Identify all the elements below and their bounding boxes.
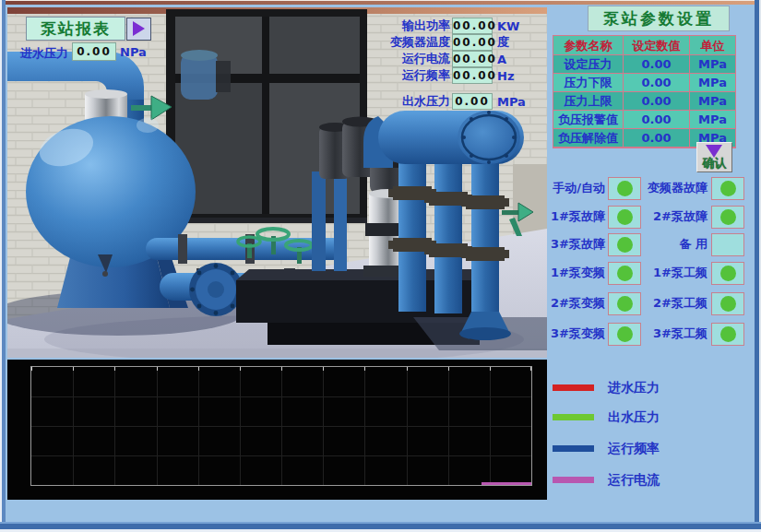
axis-tick xyxy=(530,367,531,371)
status-led-box-manual-auto[interactable] xyxy=(608,177,641,200)
gridline-horizontal xyxy=(31,426,531,427)
telemetry-row: 出水压力 0.00 MPa xyxy=(375,93,541,110)
table-row: 压力下限 0.00 MPa xyxy=(553,74,735,92)
status-row: 手动/自动 变频器故障 xyxy=(548,177,760,199)
telemetry-row: 变频器温度 00.00 度 xyxy=(375,34,541,51)
outlet-pressure-unit: MPa xyxy=(497,95,526,109)
status-led-box-pump1-mains xyxy=(711,262,744,285)
status-label: 变频器故障 xyxy=(641,180,707,196)
confirm-button[interactable]: 确认 xyxy=(696,142,732,172)
vfd-temperature-unit: 度 xyxy=(497,34,509,51)
telemetry-row: 输出功率 00.00 KW xyxy=(375,18,541,34)
report-play-button[interactable] xyxy=(126,18,151,41)
axis-tick xyxy=(490,367,491,371)
green-led-icon xyxy=(617,326,633,342)
status-label: 2#泵变频 xyxy=(548,295,605,312)
running-current-value: 00.00 xyxy=(452,51,493,67)
param-unit: MPa xyxy=(690,55,735,74)
confirm-button-label: 确认 xyxy=(697,155,731,171)
play-icon xyxy=(133,21,145,36)
axis-tick xyxy=(114,367,115,371)
green-led-icon xyxy=(720,296,736,312)
column-header-unit: 单位 xyxy=(690,36,735,55)
telemetry-row: 运行电流 00.00 A xyxy=(375,51,541,67)
inlet-pressure-label: 进水压力 xyxy=(20,45,68,62)
axis-tick xyxy=(73,367,74,371)
vfd-temperature-label: 变频器温度 xyxy=(375,34,450,51)
output-power-label: 输出功率 xyxy=(375,18,450,34)
green-led-icon xyxy=(617,237,633,253)
legend-label: 进水压力 xyxy=(608,380,660,396)
status-row: 3#泵变频 3#泵工频 xyxy=(548,323,760,345)
status-led-box-pump2-fault xyxy=(711,206,744,229)
param-setvalue-field[interactable]: 0.00 xyxy=(624,111,690,129)
param-setvalue-field[interactable]: 0.00 xyxy=(624,92,690,111)
status-row: 3#泵故障 备 用 xyxy=(548,233,760,255)
green-led-icon xyxy=(720,181,736,196)
window-frame-right xyxy=(755,0,761,532)
legend-label: 运行频率 xyxy=(608,441,660,457)
status-row: 1#泵故障 2#泵故障 xyxy=(548,206,760,228)
trend-chart xyxy=(7,360,547,500)
status-led-box-pump3-fault xyxy=(608,233,641,256)
trace-运行电流 xyxy=(482,482,531,485)
window-frame-top xyxy=(0,0,761,5)
axis-tick xyxy=(240,367,241,371)
param-setvalue-field[interactable]: 0.00 xyxy=(624,74,690,92)
running-frequency-label: 运行频率 xyxy=(375,67,450,84)
legend-color-bar-outlet xyxy=(553,414,594,420)
status-led-box-vfd-fault xyxy=(711,177,744,200)
legend-color-bar-inlet xyxy=(553,384,594,391)
param-setvalue-field[interactable]: 0.00 xyxy=(624,55,690,74)
axis-tick xyxy=(364,367,365,371)
status-led-box-pump2-mains xyxy=(711,292,744,315)
axis-tick xyxy=(157,367,158,371)
status-led-box-pump1-fault xyxy=(608,206,641,229)
param-setvalue-field[interactable]: 0.00 xyxy=(624,129,690,148)
report-button[interactable]: 泵站报表 xyxy=(26,17,125,41)
status-row: 1#泵变频 1#泵工频 xyxy=(548,262,760,284)
axis-tick xyxy=(198,367,199,371)
param-name: 压力下限 xyxy=(553,74,624,92)
param-name: 压力上限 xyxy=(553,92,624,111)
green-led-icon xyxy=(617,209,633,225)
status-label: 1#泵变频 xyxy=(548,265,605,281)
column-header-setvalue: 设定数值 xyxy=(624,36,690,55)
status-led-box-pump3-mains xyxy=(711,323,744,346)
legend-color-bar-frequency xyxy=(553,445,594,452)
status-label: 1#泵工频 xyxy=(641,265,707,281)
status-label: 备 用 xyxy=(641,236,707,253)
legend-label: 出水压力 xyxy=(608,409,660,426)
green-led-icon xyxy=(617,181,633,196)
green-led-icon xyxy=(720,266,736,281)
legend-label: 运行电流 xyxy=(608,472,660,489)
status-led-box-spare xyxy=(711,233,744,256)
window-frame-bottom xyxy=(0,522,761,532)
settings-panel-title: 泵站参数设置 xyxy=(588,6,730,31)
telemetry-readouts: 输出功率 00.00 KW 变频器温度 00.00 度 运行电流 00.00 A… xyxy=(375,18,541,110)
status-label: 3#泵变频 xyxy=(548,325,605,342)
green-led-icon xyxy=(617,296,633,312)
column-header-name: 参数名称 xyxy=(553,36,624,55)
table-row: 设定压力 0.00 MPa xyxy=(553,55,735,74)
param-unit: MPa xyxy=(690,111,735,129)
status-label: 2#泵故障 xyxy=(641,208,707,225)
pump-station-3d-view: 泵站报表 进水压力 0.00 NPa 输出功率 00.00 KW 变频器温度 0… xyxy=(7,7,547,358)
outlet-pressure-value: 0.00 xyxy=(452,93,493,110)
output-power-unit: KW xyxy=(497,19,519,33)
green-led-icon xyxy=(720,209,736,225)
axis-tick xyxy=(448,367,449,371)
output-power-value: 00.00 xyxy=(452,18,493,34)
gridline-horizontal xyxy=(31,455,531,456)
status-led-box-pump3-vfd xyxy=(608,323,641,346)
param-name: 负压报警值 xyxy=(553,111,624,129)
status-label: 3#泵故障 xyxy=(548,236,605,253)
pipe-flange-disc xyxy=(189,263,243,316)
settings-table: 参数名称 设定数值 单位 设定压力 0.00 MPa 压力下限 0.00 MPa… xyxy=(553,35,736,148)
status-led-box-pump1-vfd xyxy=(608,262,641,285)
param-name: 设定压力 xyxy=(553,55,624,74)
status-label: 手动/自动 xyxy=(548,180,605,196)
axis-tick xyxy=(31,367,32,371)
status-row: 2#泵变频 2#泵工频 xyxy=(548,292,760,314)
running-current-unit: A xyxy=(497,53,506,66)
